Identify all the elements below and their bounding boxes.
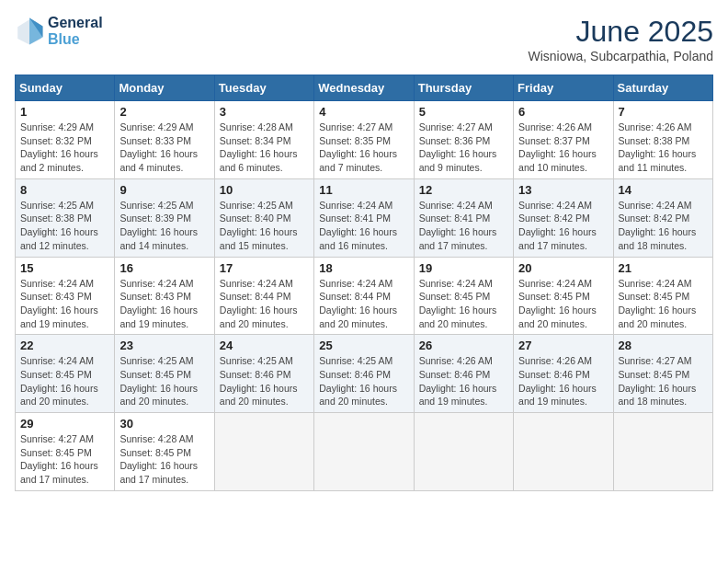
day-info: Sunrise: 4:27 AM Sunset: 8:45 PM Dayligh… [619, 354, 708, 408]
day-header-saturday: Saturday [613, 75, 712, 101]
calendar-week-1: 1Sunrise: 4:29 AM Sunset: 8:32 PM Daylig… [16, 101, 713, 179]
calendar-cell: 26Sunrise: 4:26 AM Sunset: 8:46 PM Dayli… [414, 335, 513, 413]
calendar-cell [613, 413, 712, 491]
day-number: 22 [20, 339, 109, 352]
day-header-wednesday: Wednesday [314, 75, 414, 101]
day-header-monday: Monday [115, 75, 214, 101]
calendar-cell [214, 413, 313, 491]
calendar-cell: 5Sunrise: 4:27 AM Sunset: 8:36 PM Daylig… [414, 101, 513, 179]
day-info: Sunrise: 4:24 AM Sunset: 8:43 PM Dayligh… [119, 277, 209, 331]
day-number: 15 [20, 261, 109, 275]
day-number: 19 [419, 261, 508, 275]
day-number: 7 [619, 105, 708, 119]
day-number: 25 [319, 339, 408, 352]
day-number: 9 [119, 183, 209, 197]
calendar-cell: 10Sunrise: 4:25 AM Sunset: 8:40 PM Dayli… [214, 178, 313, 257]
day-number: 30 [119, 417, 209, 431]
day-info: Sunrise: 4:25 AM Sunset: 8:46 PM Dayligh… [319, 354, 408, 408]
calendar-cell [314, 413, 414, 491]
calendar-cell: 1Sunrise: 4:29 AM Sunset: 8:32 PM Daylig… [16, 101, 115, 179]
calendar-cell: 22Sunrise: 4:24 AM Sunset: 8:45 PM Dayli… [16, 335, 115, 413]
calendar-cell: 28Sunrise: 4:27 AM Sunset: 8:45 PM Dayli… [613, 335, 712, 413]
day-number: 4 [319, 105, 408, 119]
calendar-week-3: 15Sunrise: 4:24 AM Sunset: 8:43 PM Dayli… [16, 257, 713, 335]
svg-marker-2 [29, 18, 42, 45]
day-info: Sunrise: 4:27 AM Sunset: 8:36 PM Dayligh… [419, 121, 508, 175]
day-number: 26 [419, 339, 508, 352]
day-header-thursday: Thursday [414, 75, 513, 101]
calendar-cell: 13Sunrise: 4:24 AM Sunset: 8:42 PM Dayli… [514, 178, 613, 257]
day-number: 23 [119, 339, 209, 352]
calendar-cell: 17Sunrise: 4:24 AM Sunset: 8:44 PM Dayli… [214, 257, 313, 335]
calendar-cell: 23Sunrise: 4:25 AM Sunset: 8:45 PM Dayli… [115, 335, 214, 413]
day-number: 21 [619, 261, 708, 275]
calendar-cell: 9Sunrise: 4:25 AM Sunset: 8:39 PM Daylig… [115, 178, 214, 257]
calendar-cell: 12Sunrise: 4:24 AM Sunset: 8:41 PM Dayli… [414, 178, 513, 257]
day-info: Sunrise: 4:26 AM Sunset: 8:46 PM Dayligh… [419, 354, 508, 408]
day-info: Sunrise: 4:24 AM Sunset: 8:42 PM Dayligh… [518, 199, 608, 253]
day-info: Sunrise: 4:25 AM Sunset: 8:38 PM Dayligh… [20, 199, 109, 253]
logo-text: General Blue [48, 15, 103, 48]
calendar-cell [514, 413, 613, 491]
day-number: 24 [220, 339, 309, 352]
calendar-cell: 24Sunrise: 4:25 AM Sunset: 8:46 PM Dayli… [214, 335, 313, 413]
calendar-header-row: SundayMondayTuesdayWednesdayThursdayFrid… [16, 75, 713, 101]
day-info: Sunrise: 4:29 AM Sunset: 8:32 PM Dayligh… [20, 121, 109, 175]
day-info: Sunrise: 4:24 AM Sunset: 8:45 PM Dayligh… [518, 277, 608, 331]
day-number: 17 [220, 261, 309, 275]
day-info: Sunrise: 4:28 AM Sunset: 8:34 PM Dayligh… [220, 121, 309, 175]
day-info: Sunrise: 4:26 AM Sunset: 8:46 PM Dayligh… [518, 354, 608, 408]
calendar-title: June 2025 [528, 15, 713, 49]
day-info: Sunrise: 4:25 AM Sunset: 8:39 PM Dayligh… [119, 199, 209, 253]
day-number: 13 [518, 183, 608, 197]
calendar-cell: 20Sunrise: 4:24 AM Sunset: 8:45 PM Dayli… [514, 257, 613, 335]
day-number: 6 [518, 105, 608, 119]
day-number: 3 [220, 105, 309, 119]
calendar-cell: 7Sunrise: 4:26 AM Sunset: 8:38 PM Daylig… [613, 101, 712, 179]
calendar-cell: 4Sunrise: 4:27 AM Sunset: 8:35 PM Daylig… [314, 101, 414, 179]
day-info: Sunrise: 4:29 AM Sunset: 8:33 PM Dayligh… [119, 121, 209, 175]
calendar-cell: 27Sunrise: 4:26 AM Sunset: 8:46 PM Dayli… [514, 335, 613, 413]
day-info: Sunrise: 4:27 AM Sunset: 8:35 PM Dayligh… [319, 121, 408, 175]
calendar-cell: 21Sunrise: 4:24 AM Sunset: 8:45 PM Dayli… [613, 257, 712, 335]
calendar-cell [414, 413, 513, 491]
day-info: Sunrise: 4:24 AM Sunset: 8:41 PM Dayligh… [419, 199, 508, 253]
day-header-tuesday: Tuesday [214, 75, 313, 101]
calendar-cell: 25Sunrise: 4:25 AM Sunset: 8:46 PM Dayli… [314, 335, 414, 413]
day-info: Sunrise: 4:24 AM Sunset: 8:41 PM Dayligh… [319, 199, 408, 253]
day-info: Sunrise: 4:25 AM Sunset: 8:46 PM Dayligh… [220, 354, 309, 408]
calendar-cell: 19Sunrise: 4:24 AM Sunset: 8:45 PM Dayli… [414, 257, 513, 335]
calendar-cell: 2Sunrise: 4:29 AM Sunset: 8:33 PM Daylig… [115, 101, 214, 179]
day-number: 16 [119, 261, 209, 275]
day-info: Sunrise: 4:27 AM Sunset: 8:45 PM Dayligh… [20, 432, 109, 487]
day-info: Sunrise: 4:24 AM Sunset: 8:44 PM Dayligh… [319, 277, 408, 331]
day-header-sunday: Sunday [16, 75, 115, 101]
day-number: 27 [518, 339, 608, 352]
calendar-cell: 16Sunrise: 4:24 AM Sunset: 8:43 PM Dayli… [115, 257, 214, 335]
day-info: Sunrise: 4:28 AM Sunset: 8:45 PM Dayligh… [119, 432, 209, 487]
day-number: 20 [518, 261, 608, 275]
day-info: Sunrise: 4:24 AM Sunset: 8:43 PM Dayligh… [20, 277, 109, 331]
day-number: 1 [20, 105, 109, 119]
page-header: General Blue June 2025 Wisniowa, Subcarp… [15, 15, 713, 63]
day-number: 18 [319, 261, 408, 275]
day-number: 28 [619, 339, 708, 352]
day-number: 10 [220, 183, 309, 197]
calendar-cell: 14Sunrise: 4:24 AM Sunset: 8:42 PM Dayli… [613, 178, 712, 257]
calendar-cell: 6Sunrise: 4:26 AM Sunset: 8:37 PM Daylig… [514, 101, 613, 179]
day-info: Sunrise: 4:26 AM Sunset: 8:37 PM Dayligh… [518, 121, 608, 175]
calendar-cell: 29Sunrise: 4:27 AM Sunset: 8:45 PM Dayli… [16, 413, 115, 491]
calendar-week-2: 8Sunrise: 4:25 AM Sunset: 8:38 PM Daylig… [16, 178, 713, 257]
logo: General Blue [15, 15, 103, 48]
day-info: Sunrise: 4:24 AM Sunset: 8:45 PM Dayligh… [419, 277, 508, 331]
day-number: 12 [419, 183, 508, 197]
day-number: 14 [619, 183, 708, 197]
day-info: Sunrise: 4:24 AM Sunset: 8:44 PM Dayligh… [220, 277, 309, 331]
title-block: June 2025 Wisniowa, Subcarpathia, Poland [528, 15, 713, 63]
calendar-cell: 11Sunrise: 4:24 AM Sunset: 8:41 PM Dayli… [314, 178, 414, 257]
day-info: Sunrise: 4:25 AM Sunset: 8:45 PM Dayligh… [119, 354, 209, 408]
day-number: 11 [319, 183, 408, 197]
day-header-friday: Friday [514, 75, 613, 101]
day-number: 5 [419, 105, 508, 119]
calendar-cell: 15Sunrise: 4:24 AM Sunset: 8:43 PM Dayli… [16, 257, 115, 335]
